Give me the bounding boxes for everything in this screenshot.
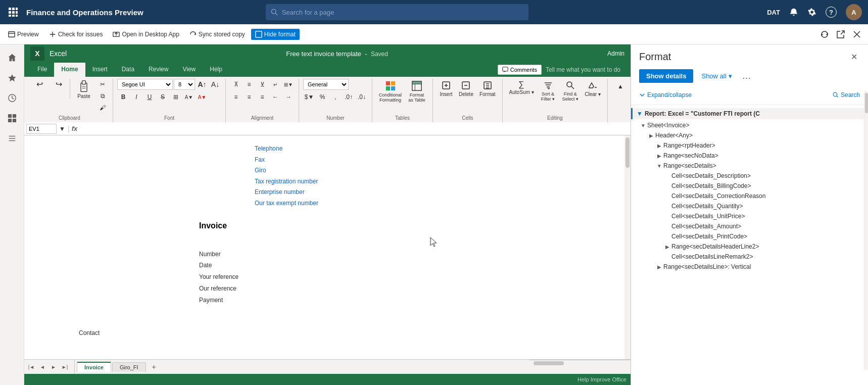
- tree-item-7[interactable]: Cell<secDetails_CorrectionReason: [631, 191, 868, 201]
- sheet-next-button[interactable]: ►: [49, 362, 59, 372]
- tree-item-9[interactable]: Cell<secDetails_UnitPrice>: [631, 211, 868, 221]
- percent-button[interactable]: %: [316, 91, 328, 103]
- sidebar-home[interactable]: [3, 49, 21, 67]
- border-button[interactable]: ⊞: [170, 91, 182, 103]
- horizontal-scrollbar[interactable]: [529, 360, 631, 366]
- align-top-button[interactable]: ⊼: [230, 79, 242, 90]
- font-size-select[interactable]: 8: [174, 79, 195, 90]
- sheet-tab-invoice[interactable]: Invoice: [77, 362, 111, 372]
- tree-container[interactable]: ▼ Report: Excel = "Customer FTI report (…: [631, 105, 868, 385]
- decrease-decimal-button[interactable]: .0↓: [356, 91, 368, 103]
- sidebar-workspaces[interactable]: [3, 109, 21, 127]
- panel-close-button[interactable]: ✕: [848, 51, 860, 63]
- global-search-box[interactable]: [266, 4, 528, 20]
- comments-button[interactable]: Comments: [498, 65, 542, 75]
- currency-button[interactable]: $▼: [303, 91, 315, 103]
- open-desktop-button[interactable]: Open in Desktop App: [109, 29, 183, 40]
- fill-color-button[interactable]: A▼: [183, 91, 195, 103]
- increase-font-button[interactable]: A↑: [196, 79, 208, 90]
- ribbon-tab-review[interactable]: Review: [141, 63, 175, 77]
- font-color-button[interactable]: A▼: [196, 91, 208, 103]
- merge-button[interactable]: ⊞▼: [282, 79, 295, 90]
- sheet-tab-giro[interactable]: Giro_FI: [112, 362, 146, 372]
- more-options-button[interactable]: …: [740, 69, 753, 83]
- insert-button[interactable]: Insert: [437, 79, 455, 99]
- align-left-button[interactable]: ≡: [230, 91, 242, 103]
- sheet-first-button[interactable]: |◄: [26, 362, 36, 372]
- tree-item-11[interactable]: Cell<secDetails_PrintCode>: [631, 231, 868, 242]
- decrease-font-button[interactable]: A↓: [209, 79, 221, 90]
- increase-decimal-button[interactable]: .0↑: [343, 91, 355, 103]
- tree-item-5[interactable]: Cell<secDetails_Description>: [631, 171, 868, 181]
- bold-button[interactable]: B: [117, 91, 129, 103]
- panel-search-button[interactable]: Search: [833, 89, 860, 101]
- tree-item-1[interactable]: ▶ Header<Any>: [631, 130, 868, 140]
- expand-collapse-button[interactable]: Expand/collapse: [639, 89, 692, 101]
- tree-item-2[interactable]: ▶ Range<rptHeader>: [631, 140, 868, 151]
- name-box-dropdown[interactable]: ▼: [59, 123, 66, 134]
- ribbon-tab-insert[interactable]: Insert: [85, 63, 115, 77]
- help-button[interactable]: ?: [826, 7, 837, 18]
- tree-item-13[interactable]: Cell<secDetailsLineRemark2>: [631, 252, 868, 262]
- cell-reference-input[interactable]: [26, 124, 57, 134]
- sheet-last-button[interactable]: ►|: [60, 362, 70, 372]
- sheet-prev-button[interactable]: ◄: [37, 362, 47, 372]
- tree-item-0[interactable]: ▼ Sheet<Invoice>: [631, 120, 868, 130]
- copy-button[interactable]: ⧉: [97, 90, 109, 102]
- format-as-table-button[interactable]: Formatas Table: [405, 79, 428, 104]
- spreadsheet-area[interactable]: Telephone Fax Giro Tax registration numb…: [24, 135, 631, 359]
- undo-button[interactable]: ↩: [30, 79, 49, 90]
- tree-item-4[interactable]: ▼ Range<secDetails>: [631, 161, 868, 171]
- check-issues-button[interactable]: Check for issues: [45, 29, 107, 40]
- sidebar-list[interactable]: [3, 129, 21, 148]
- sync-button[interactable]: Sync stored copy: [185, 29, 249, 40]
- tree-item-14[interactable]: ▶ Range<secDetailsLine>: Vertical: [631, 262, 868, 272]
- font-family-select[interactable]: Segoe UI: [117, 79, 173, 90]
- ribbon-tab-home[interactable]: Home: [54, 63, 85, 77]
- preview-button[interactable]: Preview: [4, 29, 43, 40]
- ribbon-tab-file[interactable]: File: [30, 63, 54, 77]
- align-middle-button[interactable]: ≡: [243, 79, 255, 90]
- indent-increase-button[interactable]: →: [282, 91, 295, 103]
- redo-button[interactable]: ↪: [50, 79, 68, 90]
- format-button[interactable]: Format: [477, 79, 498, 99]
- number-format-select[interactable]: General: [303, 79, 349, 90]
- waffle-menu-button[interactable]: [6, 8, 20, 17]
- strikethrough-button[interactable]: S: [157, 91, 169, 103]
- notifications-button[interactable]: [789, 8, 798, 17]
- align-bottom-button[interactable]: ⊻: [256, 79, 268, 90]
- indent-decrease-button[interactable]: ←: [269, 91, 281, 103]
- sidebar-favorites[interactable]: [3, 69, 21, 87]
- tree-item-3[interactable]: ▶ Range<secNoData>: [631, 151, 868, 161]
- sort-filter-button[interactable]: Sort &Filter ▾: [538, 79, 559, 103]
- paste-button[interactable]: Paste: [72, 79, 95, 101]
- tree-item-8[interactable]: Cell<secDetails_Quantity>: [631, 201, 868, 211]
- delete-button[interactable]: Delete: [456, 79, 476, 99]
- align-right-button[interactable]: ≡: [256, 91, 268, 103]
- underline-button[interactable]: U: [143, 91, 156, 103]
- ribbon-tab-help[interactable]: Help: [203, 63, 229, 77]
- format-painter-button[interactable]: 🖌: [97, 102, 109, 113]
- clear-button[interactable]: Clear ▾: [582, 79, 603, 99]
- add-sheet-button[interactable]: +: [149, 362, 159, 372]
- tree-root-item[interactable]: ▼ Report: Excel = "Customer FTI report (…: [631, 108, 868, 119]
- ribbon-tab-data[interactable]: Data: [115, 63, 141, 77]
- ribbon-tab-view[interactable]: View: [175, 63, 203, 77]
- italic-button[interactable]: I: [130, 91, 142, 103]
- conditional-formatting-button[interactable]: ConditionalFormatting: [376, 79, 404, 104]
- settings-button[interactable]: [807, 8, 816, 17]
- find-select-button[interactable]: Find &Select ▾: [560, 79, 582, 103]
- user-avatar[interactable]: A: [846, 4, 862, 20]
- comma-button[interactable]: ,: [329, 91, 342, 103]
- search-input[interactable]: [282, 9, 523, 16]
- wrap-text-button[interactable]: ↵: [269, 79, 281, 90]
- panel-scrollbar[interactable]: [864, 91, 868, 370]
- vertical-scrollbar[interactable]: [624, 135, 631, 359]
- show-details-button[interactable]: Show details: [639, 69, 693, 83]
- tree-item-12[interactable]: ▶ Range<secDetailsHeaderLine2>: [631, 242, 868, 252]
- pop-out-button[interactable]: [834, 27, 848, 41]
- hide-format-button[interactable]: Hide format: [251, 29, 300, 40]
- sidebar-recent[interactable]: [3, 89, 21, 107]
- refresh-button[interactable]: [817, 27, 832, 41]
- tree-item-6[interactable]: Cell<secDetails_BillingCode>: [631, 181, 868, 191]
